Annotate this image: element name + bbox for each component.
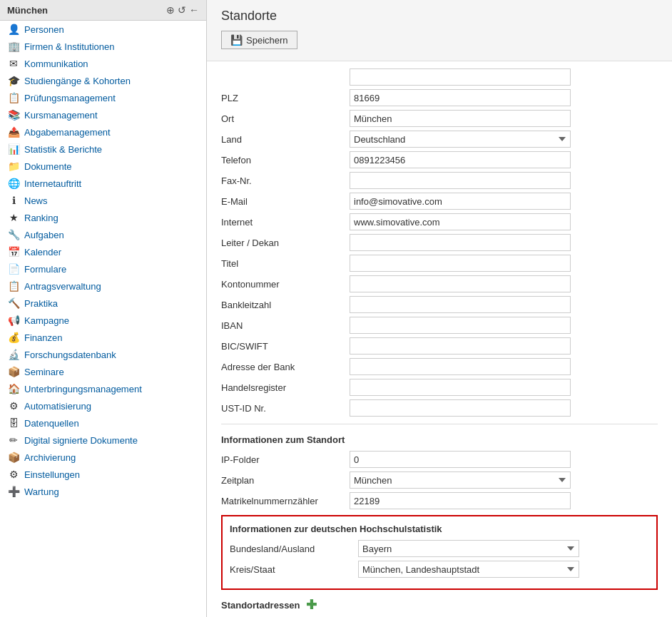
sidebar-item-forschung[interactable]: 🔬Forschungsdatenbank xyxy=(0,346,206,363)
sidebar-icon-dokumente: 📁 xyxy=(7,160,20,172)
sidebar-item-formulare[interactable]: 📄Formulare xyxy=(0,260,206,277)
field-ust[interactable] xyxy=(350,399,571,417)
label-titel: Titel xyxy=(221,258,350,269)
form-row-bankaddr: Adresse der Bank xyxy=(221,358,658,375)
sidebar-item-wartung[interactable]: ➕Wartung xyxy=(0,483,206,500)
sidebar-item-kampagne[interactable]: 📢Kampagne xyxy=(0,312,206,329)
field-email[interactable] xyxy=(350,193,571,210)
sidebar-icon-kampagne: 📢 xyxy=(7,315,20,326)
sidebar-icon-archivierung: 📦 xyxy=(7,452,20,463)
section-adressen-title: Standortadressen xyxy=(221,600,300,611)
sidebar-item-firmen[interactable]: 🏢Firmen & Institutionen xyxy=(0,38,206,55)
add-adresse-button[interactable]: ✚ xyxy=(306,597,317,613)
sidebar-icon-refresh[interactable]: ↺ xyxy=(178,4,186,16)
sidebar-item-automatisierung[interactable]: ⚙Automatisierung xyxy=(0,397,206,414)
field-blz[interactable] xyxy=(350,296,571,313)
field-bankaddr[interactable] xyxy=(350,358,571,375)
label-iban: IBAN xyxy=(221,320,350,331)
sidebar-item-digital[interactable]: ✏Digital signierte Dokumente xyxy=(0,432,206,449)
form-row-land: Land Deutschland Österreich Schweiz xyxy=(221,131,658,148)
sidebar-label-datenquellen: Datenquellen xyxy=(24,418,79,429)
sidebar-label-dokumente: Dokumente xyxy=(24,161,71,172)
label-plz: PLZ xyxy=(221,93,350,103)
sidebar-item-finanzen[interactable]: 💰Finanzen xyxy=(0,329,206,346)
form-row-bic: BIC/SWIFT xyxy=(221,337,658,355)
label-ust: UST-ID Nr. xyxy=(221,403,350,414)
sidebar-icon-firmen: 🏢 xyxy=(7,41,20,52)
sidebar-item-archivierung[interactable]: 📦Archivierung xyxy=(0,449,206,466)
sidebar-label-seminare: Seminare xyxy=(24,367,64,377)
field-kreis[interactable]: München, Landeshauptstadt München, Stadt xyxy=(358,561,579,578)
sidebar-item-statistik[interactable]: 📊Statistik & Berichte xyxy=(0,141,206,158)
sidebar-item-aufgaben[interactable]: 🔧Aufgaben xyxy=(0,226,206,243)
label-ipfolder: IP-Folder xyxy=(221,454,350,465)
field-iban[interactable] xyxy=(350,317,571,334)
sidebar-item-einstellungen[interactable]: ⚙Einstellungen xyxy=(0,466,206,483)
sidebar-item-antrag[interactable]: 📋Antragsverwaltung xyxy=(0,277,206,295)
sidebar-label-unterbringung: Unterbringungsmanagement xyxy=(24,384,142,394)
sidebar-item-dokumente[interactable]: 📁Dokumente xyxy=(0,158,206,175)
sidebar-label-personen: Personen xyxy=(24,24,64,35)
form-row-zeitplan: Zeitplan München Berlin Hamburg xyxy=(221,471,658,489)
sidebar-label-finanzen: Finanzen xyxy=(24,332,62,343)
sidebar-icon-back[interactable]: ← xyxy=(189,4,199,16)
field-ipfolder[interactable] xyxy=(350,451,571,468)
sidebar-item-studiengang[interactable]: 🎓Studiengänge & Kohorten xyxy=(0,72,206,89)
field-titel[interactable] xyxy=(350,255,571,272)
form-row-titel: Titel xyxy=(221,255,658,272)
field-konto[interactable] xyxy=(350,275,571,292)
label-zeitplan: Zeitplan xyxy=(221,475,350,486)
form-row-internet: Internet xyxy=(221,213,658,230)
form-row-konto: Kontonummer xyxy=(221,275,658,292)
field-plz[interactable] xyxy=(350,89,571,106)
label-fax: Fax-Nr. xyxy=(221,175,350,186)
save-button[interactable]: 💾 Speichern xyxy=(221,31,297,49)
sidebar-label-kampagne: Kampagne xyxy=(24,315,69,326)
sidebar-item-ranking[interactable]: ★Ranking xyxy=(0,209,206,226)
form-row-iban: IBAN xyxy=(221,317,658,334)
field-internet[interactable] xyxy=(350,213,571,230)
sidebar-item-pruefung[interactable]: 📋Prüfungsmanagement xyxy=(0,89,206,106)
sidebar-item-kurs[interactable]: 📚Kursmanagement xyxy=(0,106,206,123)
sidebar-item-news[interactable]: ℹNews xyxy=(0,192,206,209)
sidebar-icon-wartung: ➕ xyxy=(7,486,20,497)
sidebar-icon-studiengang: 🎓 xyxy=(7,75,20,86)
sidebar-header-actions: ⊕ ↺ ← xyxy=(166,4,199,16)
sidebar-item-seminare[interactable]: 📦Seminare xyxy=(0,363,206,380)
sidebar-item-abgabe[interactable]: 📤Abgabemanagement xyxy=(0,123,206,141)
field-fax[interactable] xyxy=(350,172,571,189)
form-row-leiter: Leiter / Dekan xyxy=(221,234,658,251)
field-leiter[interactable] xyxy=(350,234,571,251)
sidebar-item-internet[interactable]: 🌐Internetauftritt xyxy=(0,175,206,192)
field-land[interactable]: Deutschland Österreich Schweiz xyxy=(350,131,571,148)
sidebar-items-list: 👤Personen🏢Firmen & Institutionen✉Kommuni… xyxy=(0,21,206,500)
field-telefon[interactable] xyxy=(350,151,571,168)
field-matrikel[interactable] xyxy=(350,492,571,509)
sidebar-item-datenquellen[interactable]: 🗄Datenquellen xyxy=(0,414,206,432)
field-bic[interactable] xyxy=(350,337,571,355)
field-zeitplan[interactable]: München Berlin Hamburg xyxy=(350,471,571,489)
field-empty-top[interactable] xyxy=(350,68,571,86)
main-content: Standorte 💾 Speichern PLZ Ort Land xyxy=(207,0,672,617)
sidebar-icon-kalender: 📅 xyxy=(7,246,20,257)
sidebar-item-unterbringung[interactable]: 🏠Unterbringungsmanagement xyxy=(0,380,206,397)
sidebar-item-kalender[interactable]: 📅Kalender xyxy=(0,243,206,260)
sidebar-icon-add[interactable]: ⊕ xyxy=(166,4,175,16)
sidebar-header: München ⊕ ↺ ← xyxy=(0,0,206,21)
field-handels[interactable] xyxy=(350,379,571,396)
sidebar-icon-finanzen: 💰 xyxy=(7,332,20,343)
sidebar-icon-statistik: 📊 xyxy=(7,143,20,155)
field-ort[interactable] xyxy=(350,110,571,127)
sidebar-item-personen[interactable]: 👤Personen xyxy=(0,21,206,38)
field-bundesland[interactable]: Bayern Berlin Hamburg Hessen xyxy=(358,540,579,557)
label-land: Land xyxy=(221,134,350,145)
standortadressen-header-row: Standortadressen ✚ xyxy=(221,597,658,613)
sidebar-item-kommunikation[interactable]: ✉Kommunikation xyxy=(0,55,206,72)
sidebar-label-abgabe: Abgabemanagement xyxy=(24,127,111,138)
label-handels: Handelsregister xyxy=(221,382,350,393)
sidebar-label-formulare: Formulare xyxy=(24,264,66,275)
sidebar-item-praktika[interactable]: 🔨Praktika xyxy=(0,295,206,312)
main-header: Standorte 💾 Speichern xyxy=(207,0,672,61)
label-kreis: Kreis/Staat xyxy=(230,564,358,575)
save-label: Speichern xyxy=(246,35,288,46)
